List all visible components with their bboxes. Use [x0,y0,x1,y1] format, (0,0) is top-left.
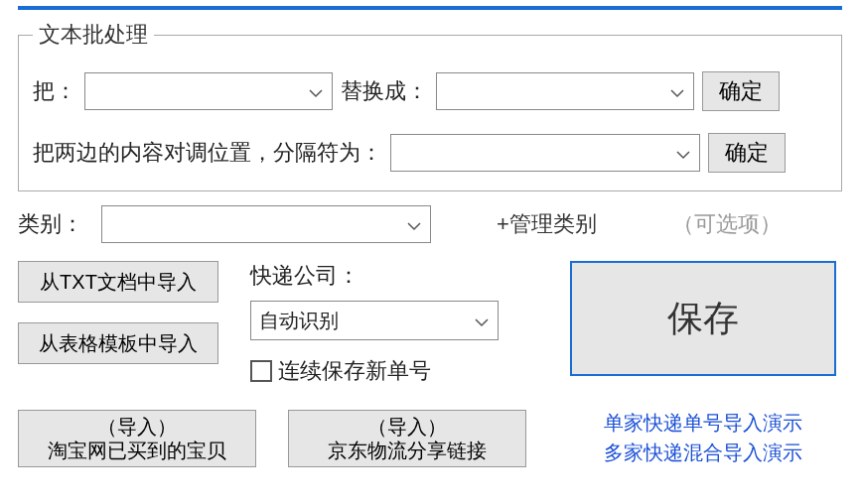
category-label: 类别： [18,209,83,239]
confirm-replace-button[interactable]: 确定 [702,71,780,111]
chevron-down-icon [669,83,685,99]
courier-selected: 自动识别 [259,308,339,334]
courier-combo[interactable]: 自动识别 [250,301,499,340]
chevron-down-icon [675,145,691,161]
chevron-down-icon [308,83,324,99]
confirm-swap-button[interactable]: 确定 [708,133,786,173]
chevron-down-icon [406,216,422,232]
chevron-down-icon [474,313,490,328]
replace-from-label: 把： [33,76,76,106]
import-taobao-button[interactable]: （导入） 淘宝网已买到的宝贝 [18,410,256,467]
demo-multi-link[interactable]: 多家快递混合导入演示 [564,438,842,467]
category-combo[interactable] [101,205,431,243]
replace-to-combo[interactable] [436,72,694,110]
demo-single-link[interactable]: 单家快递单号导入演示 [564,408,842,438]
text-batch-group: 文本批处理 把： 替换成： 确定 把两边的内容对调位置，分隔符为： 确定 [18,20,842,191]
optional-label: （可选项） [672,209,782,239]
text-batch-legend: 文本批处理 [33,20,154,50]
import-jd-top: （导入） [367,415,447,439]
import-txt-button[interactable]: 从TXT文档中导入 [18,261,218,303]
import-taobao-bottom: 淘宝网已买到的宝贝 [48,439,226,462]
replace-from-combo[interactable] [84,72,333,110]
courier-label: 快递公司： [250,261,540,291]
save-button[interactable]: 保存 [570,261,836,376]
top-highlighted-field[interactable] [18,6,842,10]
import-taobao-top: （导入） [97,415,177,439]
replace-to-label: 替换成： [341,76,428,106]
import-jd-bottom: 京东物流分享链接 [328,439,487,462]
manage-category-link[interactable]: +管理类别 [497,209,597,239]
swap-delimiter-combo[interactable] [390,134,700,172]
continuous-save-label: 连续保存新单号 [278,356,431,386]
import-jd-button[interactable]: （导入） 京东物流分享链接 [288,410,526,467]
swap-label: 把两边的内容对调位置，分隔符为： [33,138,382,168]
import-template-button[interactable]: 从表格模板中导入 [18,322,218,364]
continuous-save-checkbox[interactable] [250,360,272,382]
